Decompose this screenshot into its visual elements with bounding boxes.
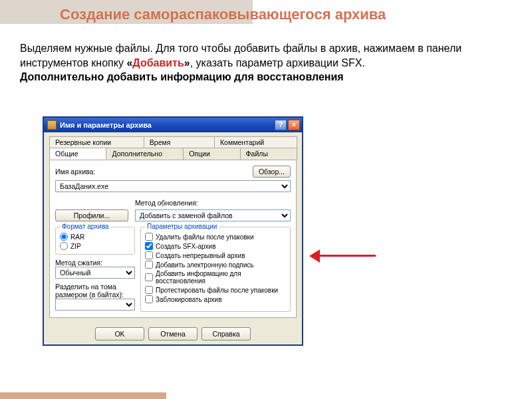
option-label-0: Удалить файлы после упаковки: [156, 233, 254, 241]
option-label-3: Добавить электронную подпись: [156, 261, 254, 269]
slide-title: Создание самораспаковывающегося архива: [0, 3, 386, 23]
help-button[interactable]: Справка: [201, 327, 251, 340]
options-list: Удалить файлы после упаковкиСоздать SFX-…: [145, 233, 286, 303]
arrow-line: [319, 255, 376, 257]
dialog-buttons: OK Отмена Справка: [44, 323, 302, 344]
option-label-1: Создать SFX-архив: [156, 243, 215, 250]
browse-button[interactable]: Обзор...: [253, 166, 291, 178]
format-rar-radio[interactable]: RAR: [60, 233, 130, 241]
format-group-title: Формат архива: [60, 223, 111, 230]
profiles-button[interactable]: Профили...: [55, 209, 128, 221]
slide-description: Выделяем нужные файлы. Для того чтобы до…: [0, 33, 532, 84]
quote-close: »: [184, 57, 190, 68]
tab-files[interactable]: Файлы: [240, 148, 297, 160]
compress-label: Метод сжатия:: [55, 259, 135, 267]
option-checkbox-3[interactable]: [145, 261, 153, 269]
tab-time[interactable]: Время: [144, 136, 215, 148]
radio-zip[interactable]: [60, 242, 68, 250]
dialog-panel: Имя архива: Обзор... БазаДаних.exe Метод…: [49, 160, 297, 318]
footer-accent: [0, 392, 166, 399]
cancel-button[interactable]: Отмена: [148, 327, 198, 340]
option-0[interactable]: Удалить файлы после упаковки: [145, 233, 286, 241]
option-3[interactable]: Добавить электронную подпись: [145, 261, 286, 269]
tab-comment[interactable]: Комментарий: [214, 136, 297, 148]
tab-general[interactable]: Общие: [49, 148, 106, 160]
option-6[interactable]: Заблокировать архив: [145, 295, 286, 303]
update-method-select[interactable]: Добавить с заменой файлов: [135, 209, 291, 221]
compress-select[interactable]: Обычный: [55, 267, 135, 279]
desc-keyword: Добавить: [132, 57, 184, 68]
tab-options[interactable]: Опции: [183, 148, 240, 160]
tab-advanced[interactable]: Дополнительно: [106, 148, 184, 160]
tab-backup[interactable]: Резервные копии: [49, 136, 144, 148]
dialog-titlebar[interactable]: Имя и параметры архива ? ×: [44, 118, 302, 132]
option-5[interactable]: Протестировать файлы после упаковки: [145, 286, 286, 294]
params-group-title: Параметры архивации: [145, 223, 219, 230]
desc-mid: , указать параметр архивации SFX.: [190, 57, 365, 68]
volume-label-1: Разделить на тома: [55, 283, 135, 291]
callout-arrow: [309, 249, 376, 263]
close-button[interactable]: ×: [288, 120, 300, 130]
archive-name-input[interactable]: БазаДаних.exe: [55, 180, 291, 192]
option-checkbox-6[interactable]: [145, 295, 153, 303]
volume-select[interactable]: [55, 299, 135, 311]
help-titlebar-button[interactable]: ?: [275, 120, 287, 130]
tabs-row-1: Резервные копии Время Комментарий: [44, 132, 302, 148]
dialog-title: Имя и параметры архива: [60, 121, 273, 129]
option-checkbox-2[interactable]: [145, 251, 153, 259]
update-method-label: Метод обновления:: [135, 199, 198, 207]
radio-rar[interactable]: [60, 233, 68, 241]
option-label-4: Добавить информацию для восстановления: [156, 270, 286, 285]
option-label-6: Заблокировать архив: [156, 296, 222, 303]
volume-label-2: размером (в байтах):: [55, 291, 135, 299]
archive-icon: [47, 120, 57, 130]
option-label-5: Протестировать файлы после упаковки: [156, 287, 278, 294]
desc-bold: Дополнительно добавить информацию для во…: [20, 71, 344, 82]
option-label-2: Создать непрерывный архив: [156, 252, 245, 259]
ok-button[interactable]: OK: [95, 327, 144, 340]
params-group: Параметры архивации Удалить файлы после …: [140, 227, 291, 312]
quote-open: «: [126, 57, 132, 68]
format-group: Формат архива RAR ZIP: [55, 227, 135, 255]
option-checkbox-1[interactable]: [145, 242, 153, 250]
archive-dialog: Имя и параметры архива ? × Резервные коп…: [43, 116, 303, 346]
option-checkbox-5[interactable]: [145, 286, 153, 294]
option-checkbox-0[interactable]: [145, 233, 153, 241]
option-1[interactable]: Создать SFX-архив: [145, 242, 286, 250]
archive-name-label: Имя архива:: [55, 168, 95, 176]
format-zip-radio[interactable]: ZIP: [60, 242, 130, 250]
option-checkbox-4[interactable]: [145, 273, 153, 281]
option-2[interactable]: Создать непрерывный архив: [145, 251, 286, 259]
tabs-row-2: Общие Дополнительно Опции Файлы: [44, 148, 302, 160]
option-4[interactable]: Добавить информацию для восстановления: [145, 270, 286, 285]
